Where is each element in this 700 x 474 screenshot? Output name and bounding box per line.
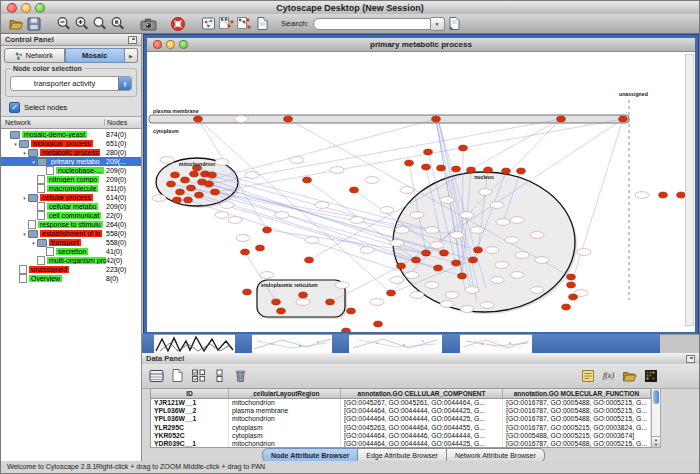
graph-label-node[interactable]	[495, 262, 509, 269]
graph-label-node[interactable]	[478, 189, 492, 196]
graph-label-node[interactable]	[430, 242, 444, 249]
graph-node[interactable]	[397, 263, 406, 269]
graph-label-node[interactable]	[530, 232, 544, 239]
graph-label-node[interactable]	[460, 306, 474, 313]
graph-node[interactable]	[374, 321, 383, 327]
graph-node[interactable]	[424, 149, 433, 155]
scrollbar-arrows[interactable]: ▲▼	[652, 436, 660, 447]
matrix-icon[interactable]	[642, 367, 659, 384]
graph-label-node[interactable]	[260, 272, 274, 279]
background-window-sliver[interactable]	[154, 334, 235, 353]
attribute-table-header[interactable]: ID_cellularLayoutRegionannotation.GO CEL…	[151, 389, 651, 399]
graph-label-node[interactable]	[410, 212, 424, 219]
graph-label-node[interactable]	[220, 202, 234, 209]
snapshot-icon[interactable]	[139, 15, 157, 33]
tree-item[interactable]: multi-organism pro42(0)	[1, 256, 141, 265]
layout-icon-1[interactable]	[217, 15, 235, 33]
network-view-window[interactable]: primary metabolic process plasma membran…	[144, 35, 698, 334]
background-window-sliver[interactable]	[252, 334, 332, 353]
graph-label-node[interactable]	[245, 172, 259, 179]
graph-node[interactable]	[440, 250, 449, 256]
view-icon[interactable]	[199, 15, 217, 33]
graph-label-node[interactable]	[380, 207, 394, 214]
tab-network[interactable]: Network	[4, 48, 65, 63]
graph-label-node[interactable]	[330, 167, 344, 174]
graph-label-node[interactable]	[290, 157, 304, 164]
tree-item[interactable]: unassigned223(0)	[1, 265, 141, 274]
graph-node[interactable]	[467, 167, 476, 173]
graph-node[interactable]	[557, 116, 566, 122]
background-window-sliver[interactable]	[660, 334, 699, 353]
background-window-sliver[interactable]	[532, 334, 660, 353]
graph-label-node[interactable]	[425, 282, 439, 289]
attribute-table[interactable]: ID_cellularLayoutRegionannotation.GO CEL…	[150, 388, 652, 448]
graph-label-node[interactable]	[460, 212, 474, 219]
table-row[interactable]: YJR121W__1mitochondrion[GO:0045267, GO:0…	[151, 399, 651, 407]
graph-node[interactable]	[342, 328, 351, 332]
graph-node[interactable]	[181, 177, 190, 183]
zoom-fit-icon[interactable]	[91, 15, 109, 33]
search-options-icon[interactable]	[445, 15, 463, 33]
layout-icon-2[interactable]	[235, 15, 253, 33]
graph-node[interactable]	[256, 245, 265, 251]
delete-attribute-icon[interactable]	[232, 367, 249, 384]
graph-label-node[interactable]	[152, 195, 166, 202]
graph-node[interactable]	[195, 192, 204, 198]
graph-label-node[interactable]	[350, 217, 364, 224]
graph-label-node[interactable]	[315, 202, 329, 209]
graph-label-node[interactable]	[450, 232, 464, 239]
tree-item[interactable]: secretion41(0)	[1, 247, 141, 256]
graph-node[interactable]	[562, 304, 571, 310]
graph-label-node[interactable]	[234, 116, 248, 123]
graph-node[interactable]	[434, 265, 443, 271]
graph-label-node[interactable]	[465, 287, 479, 294]
table-scrollbar[interactable]: ▲▼	[651, 388, 661, 448]
graph-node[interactable]	[452, 260, 461, 266]
graph-node[interactable]	[184, 197, 193, 203]
graph-node[interactable]	[458, 273, 467, 279]
graph-node[interactable]	[241, 249, 250, 255]
graph-label-node[interactable]	[510, 217, 524, 224]
tree-item[interactable]: ▾transport558(0)	[1, 238, 141, 247]
tree-item[interactable]: ▾biological_process651(0)	[1, 139, 141, 148]
graph-node[interactable]	[208, 172, 217, 178]
tree-item[interactable]: ▾metabolic process280(0)	[1, 148, 141, 157]
graph-label-node[interactable]	[425, 227, 439, 234]
column-header[interactable]: annotation.GO CELLULAR_COMPONENT	[341, 389, 503, 398]
column-header[interactable]: ID	[151, 389, 229, 398]
graph-node[interactable]	[567, 274, 576, 280]
graph-label-node[interactable]	[480, 302, 494, 309]
zoom-selected-icon[interactable]	[109, 15, 127, 33]
tab-overflow-arrow-icon[interactable]: ▶	[125, 48, 138, 63]
graph-node[interactable]	[387, 290, 396, 296]
graph-node[interactable]	[277, 308, 286, 314]
tree-item[interactable]: cellular metabo209(0)	[1, 202, 141, 211]
graph-label-node[interactable]	[305, 237, 319, 244]
table-row[interactable]: YPL036W__2plasma membrane[GO:0044464, GO…	[151, 407, 651, 415]
graph-label-node[interactable]	[365, 177, 379, 184]
tree-item[interactable]: cell communicat22(0)	[1, 211, 141, 220]
graph-label-node[interactable]	[445, 292, 459, 299]
graph-node[interactable]	[459, 145, 468, 151]
graph-label-node[interactable]	[335, 282, 349, 289]
graph-label-node[interactable]	[296, 299, 310, 306]
select-attributes-icon[interactable]	[190, 367, 207, 384]
save-icon[interactable]	[25, 15, 43, 33]
column-header[interactable]: _cellularLayoutRegion	[229, 389, 341, 398]
tree-item[interactable]: nucleobase-...209(0)	[1, 166, 141, 175]
graph-label-node[interactable]	[505, 237, 519, 244]
graph-node[interactable]	[176, 189, 185, 195]
graph-label-node[interactable]	[470, 227, 484, 234]
float-icon[interactable]	[686, 355, 695, 363]
tab-mosaic[interactable]: Mosaic	[65, 48, 126, 63]
graph-label-node[interactable]	[160, 157, 174, 164]
select-nodes-checkbox[interactable]: ✓	[9, 102, 20, 113]
open-icon[interactable]	[7, 15, 25, 33]
graph-label-node[interactable]	[236, 235, 250, 242]
graph-node[interactable]	[567, 282, 576, 288]
graph-label-node[interactable]	[535, 257, 549, 264]
tree-item[interactable]: ▾primary metabo209(...	[1, 157, 141, 166]
function-icon[interactable]: f(x)	[600, 367, 617, 384]
search-input[interactable]	[313, 18, 431, 30]
canvas-scrollbar[interactable]	[685, 54, 694, 326]
